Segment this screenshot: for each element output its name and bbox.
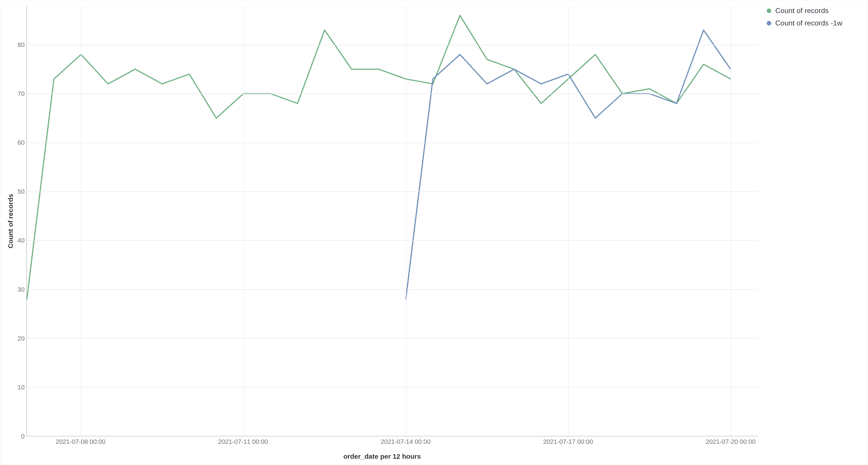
y-axis-ticks: 01020304050607080 (15, 6, 26, 436)
grid-line-horizontal (27, 338, 758, 338)
series-line (27, 15, 731, 299)
chart-panel: Count of records 01020304050607080 2021-… (0, 0, 868, 465)
legend: Count of recordsCount of records -1w (758, 6, 862, 460)
grid-line-horizontal (27, 387, 758, 388)
plot-area[interactable] (26, 6, 758, 436)
grid-line-vertical (731, 6, 731, 436)
grid-line-horizontal (27, 94, 758, 94)
grid-line-vertical (243, 6, 244, 436)
y-axis-label-wrap: Count of records (6, 6, 15, 436)
y-tick-label: 10 (18, 384, 25, 391)
y-tick-label: 0 (21, 433, 25, 440)
grid-line-vertical (81, 6, 82, 436)
x-tick-label: 2021-07-08 00:00 (56, 438, 105, 445)
x-axis-label: order_date per 12 hours (6, 453, 758, 460)
legend-label: Count of records (775, 6, 829, 15)
y-tick-label: 40 (18, 237, 25, 244)
y-tick-label: 70 (18, 90, 25, 97)
x-tick-label: 2021-07-11 00:00 (218, 438, 268, 445)
y-tick-label: 30 (18, 286, 25, 293)
x-tick-label: 2021-07-17 00:00 (543, 438, 593, 445)
grid-line-horizontal (27, 142, 758, 143)
y-tick-label: 50 (18, 188, 25, 195)
y-tick-label: 60 (18, 139, 25, 146)
grid-line-vertical (568, 6, 569, 436)
x-tick-label: 2021-07-14 00:00 (380, 438, 430, 445)
x-tick-label: 2021-07-20 00:00 (706, 438, 755, 445)
grid-line-horizontal (27, 45, 758, 45)
grid-line-horizontal (27, 240, 758, 241)
legend-swatch-icon (767, 21, 771, 26)
legend-label: Count of records -1w (775, 19, 842, 27)
y-axis-label: Count of records (7, 194, 14, 248)
legend-item[interactable]: Count of records (767, 6, 862, 15)
y-tick-label: 80 (18, 41, 25, 48)
plot-zone: Count of records 01020304050607080 2021-… (6, 6, 758, 460)
y-tick-label: 20 (18, 335, 25, 342)
chart-lines-svg (27, 6, 758, 436)
x-axis-ticks: 2021-07-08 00:002021-07-11 00:002021-07-… (26, 436, 758, 449)
legend-swatch-icon (767, 8, 771, 13)
grid-line-horizontal (27, 289, 758, 290)
grid-line-vertical (406, 6, 406, 436)
legend-item[interactable]: Count of records -1w (767, 19, 862, 27)
grid-line-horizontal (27, 191, 758, 192)
plot-body: Count of records 01020304050607080 (6, 6, 758, 436)
